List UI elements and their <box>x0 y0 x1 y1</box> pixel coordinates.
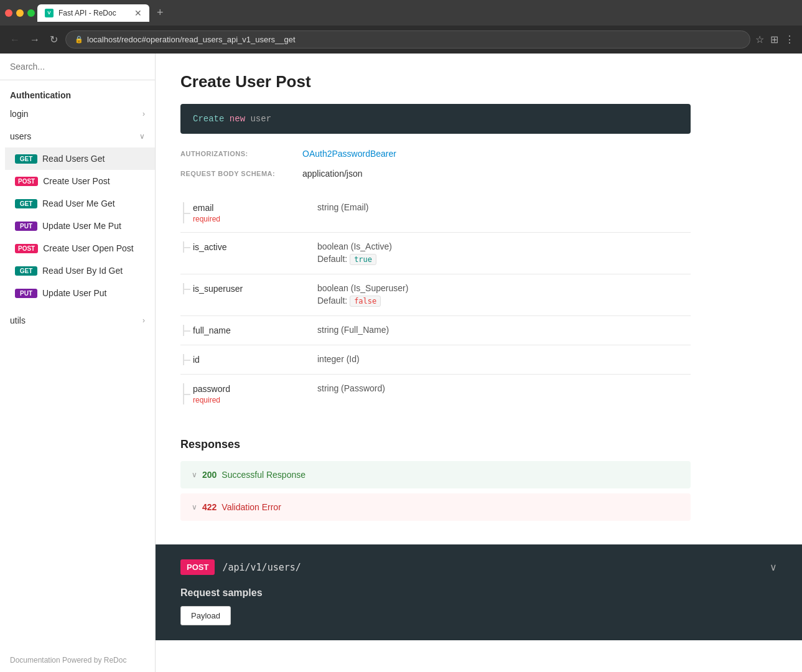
forward-button[interactable]: → <box>27 32 42 48</box>
field-name-password: password <box>193 384 230 394</box>
sidebar-search-container <box>0 54 155 80</box>
sidebar-item-create-user-post[interactable]: POST Create User Post <box>5 170 155 192</box>
code-word-new: new <box>230 114 251 124</box>
expand-icon[interactable]: ∨ <box>770 561 777 573</box>
get-badge: GET <box>15 154 37 164</box>
chevron-down-icon: ∨ <box>192 470 197 479</box>
schema-field-full-name: full_name <box>180 325 317 336</box>
schema-type-is-superuser: boolean (Is_Superuser) Default: false <box>317 283 691 307</box>
schema-field-is-superuser: is_superuser <box>180 283 317 294</box>
schema-type-email: string (Email) <box>317 202 691 212</box>
default-badge-is-active: true <box>350 254 376 265</box>
extensions-icon[interactable]: ⊞ <box>770 34 778 45</box>
new-tab-button[interactable]: + <box>152 4 169 22</box>
tab-title: Fast API - ReDoc <box>58 9 129 17</box>
authorizations-value[interactable]: OAuth2PasswordBearer <box>302 149 396 159</box>
sidebar-utils-label: utils <box>10 315 26 325</box>
favicon: V <box>45 9 54 17</box>
window-minimize-button[interactable] <box>16 9 24 17</box>
back-button[interactable]: ← <box>7 32 22 48</box>
schema-row-password: password required string (Password) <box>180 375 691 413</box>
get-badge: GET <box>15 266 37 276</box>
sidebar-item-label: Create User Open Post <box>43 243 134 253</box>
default-badge-is-superuser: false <box>350 296 381 307</box>
put-badge: PUT <box>15 222 37 231</box>
browser-chrome: V Fast API - ReDoc ✕ + ← → ↻ 🔒 localhost… <box>0 0 802 54</box>
field-default-label-is-superuser: Default: <box>317 296 350 306</box>
chevron-down-icon: ∨ <box>192 503 197 511</box>
sidebar-item-login[interactable]: login › <box>0 103 155 125</box>
get-badge: GET <box>15 199 37 208</box>
post-badge-large: POST <box>180 559 215 575</box>
response-422[interactable]: ∨ 422 Validation Error <box>180 493 691 521</box>
schema-field-id: id <box>180 354 317 365</box>
post-badge: POST <box>15 177 38 186</box>
schema-row-is-superuser: is_superuser boolean (Is_Superuser) Defa… <box>180 274 691 316</box>
browser-tab[interactable]: V Fast API - ReDoc ✕ <box>37 4 149 22</box>
field-type-is-superuser: boolean (Is_Superuser) <box>317 283 408 293</box>
code-word-create: Create <box>193 114 224 124</box>
sidebar-item-label: Create User Post <box>43 176 110 186</box>
sidebar-item-label: Read User By Id Get <box>42 266 123 276</box>
schema-field-password: password required <box>180 383 317 404</box>
authorizations-row: AUTHORIZATIONS: OAuth2PasswordBearer <box>180 149 691 159</box>
schema-section: email required string (Email) is_active … <box>180 194 691 413</box>
sidebar-item-label: Read Users Get <box>42 154 105 164</box>
page-title: Create User Post <box>180 72 691 91</box>
sidebar-item-label: Update User Put <box>42 288 107 298</box>
bookmark-icon[interactable]: ☆ <box>755 34 764 45</box>
content-area: Create User Post Create new user AUTHORI… <box>156 54 716 544</box>
response-200-desc: Successful Response <box>221 470 305 480</box>
schema-field-is-active: is_active <box>180 241 317 253</box>
sidebar-login-label: login <box>10 109 29 119</box>
browser-titlebar: V Fast API - ReDoc ✕ + <box>0 0 802 26</box>
sidebar-item-users[interactable]: users ∨ <box>0 125 155 147</box>
responses-title: Responses <box>180 438 691 451</box>
field-name-id: id <box>193 355 200 365</box>
sidebar-item-label: Read User Me Get <box>42 198 115 208</box>
authorizations-label: AUTHORIZATIONS: <box>180 150 292 157</box>
sidebar-item-read-user-by-id-get[interactable]: GET Read User By Id Get <box>5 259 155 282</box>
window-maximize-button[interactable] <box>27 9 35 17</box>
sidebar-footer: Documentation Powered by ReDoc <box>0 646 155 672</box>
field-type-email: string (Email) <box>317 202 368 212</box>
payload-button[interactable]: Payload <box>180 606 231 625</box>
schema-type-is-active: boolean (Is_Active) Default: true <box>317 241 691 265</box>
bottom-section: POST /api/v1/users/ ∨ Request samples Pa… <box>156 544 802 640</box>
sidebar-item-update-user-put[interactable]: PUT Update User Put <box>5 282 155 304</box>
field-default-label-is-active: Default: <box>317 254 350 264</box>
response-200[interactable]: ∨ 200 Successful Response <box>180 461 691 488</box>
endpoint-path: /api/v1/users/ <box>222 562 301 573</box>
menu-icon[interactable]: ⋮ <box>785 34 795 45</box>
sidebar-item-create-user-open-post[interactable]: POST Create User Open Post <box>5 237 155 259</box>
response-422-desc: Validation Error <box>221 502 281 512</box>
reload-button[interactable]: ↻ <box>47 31 60 48</box>
schema-row-email: email required string (Email) <box>180 194 691 233</box>
sidebar-item-utils[interactable]: utils › <box>0 309 155 332</box>
endpoint-row: POST /api/v1/users/ ∨ <box>180 559 777 575</box>
field-type-id: integer (Id) <box>317 354 360 364</box>
field-type-password: string (Password) <box>317 383 385 393</box>
search-input[interactable] <box>10 62 145 72</box>
tab-close-button[interactable]: ✕ <box>134 8 142 18</box>
window-close-button[interactable] <box>5 9 12 17</box>
request-body-value: application/json <box>302 169 363 179</box>
sidebar-item-read-users-get[interactable]: GET Read Users Get <box>5 147 155 170</box>
code-word-user: user <box>250 114 271 124</box>
field-name-full-name: full_name <box>193 325 231 335</box>
window-controls <box>5 9 35 17</box>
responses-section: Responses ∨ 200 Successful Response ∨ 42… <box>180 438 691 521</box>
sidebar-item-update-user-me-put[interactable]: PUT Update User Me Put <box>5 215 155 237</box>
browser-actions: ☆ ⊞ ⋮ <box>755 34 795 45</box>
sidebar-item-label: Update User Me Put <box>42 221 121 231</box>
sidebar-item-read-user-me-get[interactable]: GET Read User Me Get <box>5 192 155 215</box>
request-body-label: REQUEST BODY SCHEMA: <box>180 170 292 177</box>
put-badge: PUT <box>15 289 37 298</box>
chevron-right-icon: › <box>142 316 145 325</box>
chevron-down-icon: ∨ <box>139 132 145 141</box>
main-content: Create User Post Create new user AUTHORI… <box>156 54 802 672</box>
chevron-right-icon: › <box>142 110 145 118</box>
address-bar[interactable]: 🔒 localhost/redoc#operation/read_users_a… <box>65 30 750 49</box>
sidebar-users-group: GET Read Users Get POST Create User Post… <box>0 147 155 304</box>
schema-type-password: string (Password) <box>317 383 691 393</box>
